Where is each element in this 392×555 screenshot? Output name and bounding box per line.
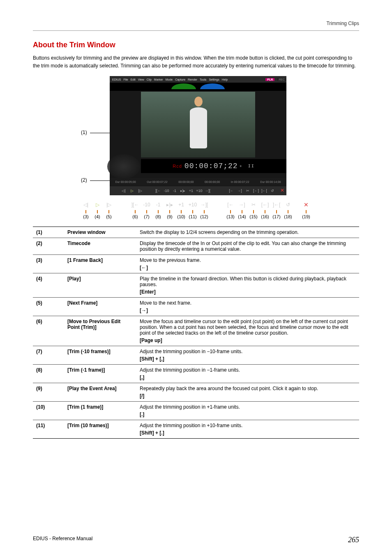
row-shortcut: [/] — [140, 393, 356, 399]
enlarged-label: (6) — [132, 214, 138, 219]
row-name: Preview window — [64, 227, 136, 238]
enlarged-label: (5) — [106, 214, 111, 219]
enlarged-item-3: ◁| (3) — [81, 200, 90, 219]
table-row: (3)[1 Frame Back]Move to the previous fr… — [33, 255, 359, 273]
slide-trim-icon: [←] — [261, 200, 270, 209]
header-section: Trimming Clips — [33, 21, 359, 26]
timecode-bar: Rcd 00:00:07;22 ✶ II — [141, 159, 286, 173]
toolbar-cut-icon: ✂ — [244, 188, 251, 194]
tc-star-icon: ✶ — [240, 164, 242, 169]
row-shortcut: [Enter] — [140, 289, 356, 295]
footer-doc-title: EDIUS - Reference Manual — [33, 536, 92, 544]
toolbar-m10-icon: -10 — [163, 188, 170, 194]
screenshot-waves — [110, 83, 286, 91]
trim-m10-icon: -10 — [142, 200, 151, 209]
menu-item: Marker — [154, 78, 163, 81]
row-shortcut: [.] — [140, 412, 356, 417]
trim-m1-icon: -1 — [154, 200, 163, 209]
rec-badge: REC — [277, 78, 286, 81]
enlarged-item-12: →][ (12) — [200, 200, 209, 219]
table-row: (7)[Trim (-10 frames)]Adjust the trimmin… — [33, 346, 359, 365]
row-shortcut: [←] — [140, 265, 356, 271]
page-footer: EDIUS - Reference Manual 265 — [33, 536, 359, 544]
row-num: (10) — [33, 402, 64, 420]
row-name: [Trim (1 frame)] — [64, 402, 136, 420]
row-name: [Move to Previous Edit Point (Trim)] — [64, 316, 136, 346]
cut-icon: ✂ — [249, 200, 258, 209]
table-row: (10)[Trim (1 frame)]Adjust the trimming … — [33, 402, 359, 420]
jog-dial-icon — [107, 154, 140, 179]
callout-1-line — [90, 133, 112, 133]
table-row: (4)[Play]Play the timeline in the forwar… — [33, 273, 359, 298]
toolbar-play-icon: ▷ — [129, 188, 135, 194]
screenshot-close-icon: ✕ — [279, 187, 286, 194]
pause-icon: II — [248, 164, 255, 169]
page-title: About the Trim Window — [33, 41, 359, 49]
table-row: (9)[Play the Event Area]Repeatedly play … — [33, 383, 359, 402]
enlarged-label: (11) — [189, 214, 197, 219]
enlarged-item-17: ]←[ (17) — [272, 200, 281, 219]
rolling-trim-icon: ↺ — [284, 200, 293, 209]
row-desc: Move to the previous frame.[←] — [136, 255, 359, 273]
toolbar-playevt-icon: ▸|▸ — [180, 188, 186, 194]
toolbar-slide-icon: [←] — [253, 188, 259, 194]
menu-item: Tools — [200, 78, 206, 81]
screenshot-toolbar: ◁| ▷ |▷ ][← -10 -1 ▸|▸ +1 +10 →][ [← →] … — [110, 186, 286, 195]
toolbar-in-icon: [← — [228, 188, 235, 194]
table-row: (8)[Trim (-1 frame)]Adjust the trimming … — [33, 365, 359, 383]
play-event-icon: ▸|▸ — [165, 200, 174, 209]
enlarged-item-5: |▷ (5) — [104, 200, 113, 219]
row-num: (5) — [33, 298, 64, 316]
enlarged-item-8: -1 (8) — [154, 200, 163, 219]
footer-page-number: 265 — [348, 536, 359, 544]
row-shortcut: [Shift] + [,] — [140, 356, 356, 362]
tc-cell: Dur 00:00:14;08 — [260, 180, 281, 183]
close-trim-icon: ✕ — [302, 200, 311, 209]
row-name: [Next Frame] — [64, 298, 136, 316]
intro-paragraph: Buttons exclusively for trimming and the… — [33, 54, 359, 69]
tc-cell: 00:00:00;00 — [178, 180, 194, 183]
toolbar-movenext-icon: →][ — [204, 188, 211, 194]
menu-item: File — [123, 78, 128, 81]
screenshot-timecode-row: Dur 00:00:05;00 Out 00:00:07;22 00:00:00… — [110, 178, 286, 185]
timecode-value: 00:00:07;22 — [184, 162, 238, 170]
menu-item: Edit — [131, 78, 136, 81]
trim-p1-icon: +1 — [177, 200, 186, 209]
menu-item: View — [138, 78, 144, 81]
move-prev-edit-icon: ][← — [131, 200, 140, 209]
table-row: (5)[Next Frame]Move to the next frame.[→… — [33, 298, 359, 316]
menu-item: Help — [222, 78, 228, 81]
row-desc: Play the timeline in the forward directi… — [136, 273, 359, 298]
row-num: (7) — [33, 346, 64, 365]
screenshot-window: EDIUS File Edit View Clip Marker Mode Ca… — [110, 76, 286, 195]
tc-cell: In 00:00:07;22 — [231, 180, 249, 183]
row-shortcut: [,] — [140, 375, 356, 380]
menu-item: Render — [188, 78, 197, 81]
callout-2-label: (2) — [81, 177, 87, 183]
row-name: [1 Frame Back] — [64, 255, 136, 273]
next-frame-icon: |▷ — [104, 200, 113, 209]
row-desc: Adjust the trimming position in +1-frame… — [136, 402, 359, 420]
toolbar-next-icon: |▷ — [137, 188, 143, 194]
row-desc: Display the timecode of the In or Out po… — [136, 238, 359, 255]
row-desc: Adjust the trimming position in −1-frame… — [136, 365, 359, 383]
table-row: (1)Preview windowSwitch the display to 1… — [33, 227, 359, 238]
row-shortcut: [→] — [140, 308, 356, 313]
row-desc: Move the focus and timeline cursor to th… — [136, 316, 359, 346]
row-name: [Trim (-10 frames)] — [64, 346, 136, 365]
enlarged-label: (17) — [272, 214, 281, 219]
rcd-label: Rcd — [173, 164, 182, 169]
row-desc: Move to the next frame.[→] — [136, 298, 359, 316]
toolbar-m1-icon: -1 — [171, 188, 178, 194]
menu-item: Capture — [175, 78, 185, 81]
row-desc: Adjust the trimming position in −10-fram… — [136, 346, 359, 365]
enlarged-item-4: ▷ (4) — [93, 200, 102, 219]
toolbar-undo-icon: ↺ — [269, 188, 276, 194]
enlarged-item-10: +1 (10) — [177, 200, 186, 219]
enlarged-item-15: ✂ (15) — [249, 200, 258, 219]
toolbar-p10-icon: +10 — [196, 188, 203, 194]
slip-trim-icon: ]←[ — [272, 200, 281, 209]
row-desc: Repeatedly play back the area around the… — [136, 383, 359, 402]
enlarged-label: (4) — [95, 214, 100, 219]
menu-item: Mode — [166, 78, 173, 81]
